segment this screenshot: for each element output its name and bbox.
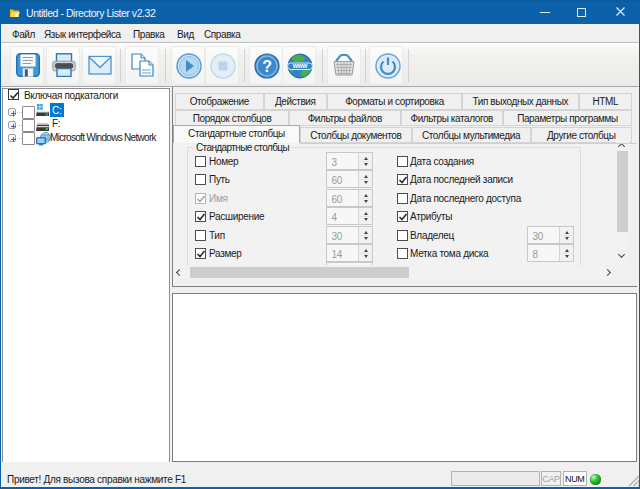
svg-text:www: www [292, 62, 309, 69]
svg-text:?: ? [262, 58, 271, 75]
